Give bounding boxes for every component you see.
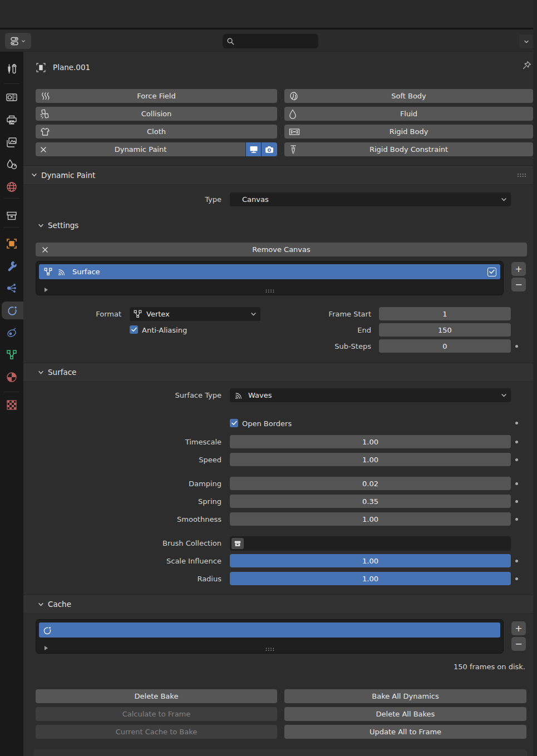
remove-surface-button[interactable]: − bbox=[511, 278, 526, 291]
open-borders-checkbox[interactable] bbox=[230, 419, 238, 427]
tab-modifiers[interactable] bbox=[0, 257, 23, 275]
damping-field[interactable]: 0.02 bbox=[230, 477, 511, 490]
animate-decorator-dot[interactable] bbox=[515, 441, 518, 443]
remove-x-icon bbox=[40, 146, 47, 153]
tab-separator bbox=[4, 83, 19, 84]
format-value: Vertex bbox=[146, 310, 170, 318]
surface-list-item[interactable]: Surface bbox=[39, 264, 500, 279]
cache-list-footer bbox=[39, 642, 500, 652]
sub-steps-field[interactable]: 0 bbox=[379, 339, 511, 353]
expand-triangle-icon[interactable] bbox=[44, 644, 48, 653]
surface-type-dropdown[interactable]: Waves bbox=[230, 388, 511, 402]
end-field[interactable]: 150 bbox=[379, 323, 511, 337]
animate-decorator-dot[interactable] bbox=[515, 500, 518, 503]
tab-constraints[interactable] bbox=[0, 324, 23, 342]
rigid-body-icon bbox=[289, 127, 300, 136]
fluid-icon bbox=[289, 109, 297, 119]
animate-decorator-dot[interactable] bbox=[515, 422, 518, 424]
tab-object-data[interactable] bbox=[0, 346, 23, 364]
speed-field[interactable]: 1.00 bbox=[230, 453, 511, 466]
pin-button[interactable] bbox=[521, 60, 533, 73]
waves-icon bbox=[234, 391, 244, 400]
soft-body-button[interactable]: Soft Body bbox=[284, 89, 533, 103]
smoothness-field[interactable]: 1.00 bbox=[230, 512, 511, 526]
frame-start-label: Frame Start bbox=[230, 307, 371, 321]
check-icon bbox=[131, 327, 137, 332]
rigid-body-button[interactable]: Rigid Body bbox=[284, 125, 533, 139]
tab-scene[interactable] bbox=[0, 156, 23, 174]
collision-button[interactable]: Collision bbox=[36, 107, 277, 121]
animate-decorator-dot[interactable] bbox=[515, 458, 518, 461]
force-field-icon bbox=[40, 91, 51, 101]
calculate-to-frame-button[interactable]: Calculate to Frame bbox=[36, 707, 277, 721]
settings-subpanel-header[interactable]: Settings bbox=[38, 218, 78, 233]
vertical-scrollbar[interactable] bbox=[533, 0, 537, 756]
properties-header bbox=[0, 29, 537, 52]
collection-icon bbox=[6, 210, 18, 222]
force-field-button[interactable]: Force Field bbox=[36, 89, 277, 103]
cache-list-item[interactable] bbox=[39, 622, 500, 638]
frame-start-field[interactable]: 1 bbox=[379, 307, 511, 320]
list-resize-grip-icon[interactable] bbox=[265, 286, 274, 295]
list-resize-grip-icon[interactable] bbox=[265, 645, 274, 653]
tab-tool[interactable] bbox=[0, 60, 23, 78]
animate-decorator-dot[interactable] bbox=[515, 345, 518, 348]
header-options-button[interactable] bbox=[519, 34, 533, 48]
fluid-button[interactable]: Fluid bbox=[284, 107, 533, 121]
surface-enabled-checkbox[interactable] bbox=[487, 268, 496, 276]
tab-material[interactable] bbox=[0, 368, 23, 386]
timescale-field[interactable]: 1.00 bbox=[230, 435, 511, 448]
collision-icon bbox=[40, 109, 50, 119]
add-surface-button[interactable]: + bbox=[511, 262, 526, 276]
dynamic-paint-realtime-toggle[interactable] bbox=[246, 142, 261, 156]
panel-drag-handle-icon[interactable] bbox=[517, 171, 526, 179]
scale-influence-slider[interactable]: 1.00 bbox=[230, 554, 511, 567]
current-cache-to-bake-button[interactable]: Current Cache to Bake bbox=[36, 725, 277, 739]
dynamic-paint-button[interactable]: Dynamic Paint bbox=[36, 142, 245, 156]
search-box[interactable] bbox=[223, 34, 318, 48]
tab-physics[interactable] bbox=[2, 302, 23, 319]
remove-cache-button[interactable]: − bbox=[511, 637, 526, 651]
editor-type-selector[interactable] bbox=[5, 33, 31, 49]
tab-texture[interactable] bbox=[0, 396, 23, 414]
animate-decorator-dot[interactable] bbox=[515, 482, 518, 485]
bake-all-dynamics-button[interactable]: Bake All Dynamics bbox=[284, 689, 526, 703]
surface-list-footer bbox=[39, 284, 500, 294]
animate-decorator-dot[interactable] bbox=[515, 518, 518, 521]
tab-particles[interactable] bbox=[0, 279, 23, 297]
collapsed-panel-strip[interactable] bbox=[33, 749, 527, 756]
radius-slider[interactable]: 1.00 bbox=[230, 572, 511, 585]
minus-icon: − bbox=[515, 280, 522, 289]
rigid-body-constraint-button[interactable]: Rigid Body Constraint bbox=[284, 142, 533, 156]
dynamic-paint-panel-header[interactable]: Dynamic Paint bbox=[23, 165, 533, 185]
animate-decorator-dot[interactable] bbox=[515, 560, 518, 562]
tab-separator bbox=[4, 198, 19, 199]
anti-aliasing-checkbox[interactable] bbox=[130, 325, 138, 334]
scene-icon bbox=[6, 159, 18, 171]
search-input[interactable] bbox=[235, 37, 309, 46]
animate-decorator-dot[interactable] bbox=[515, 577, 518, 580]
expand-triangle-icon[interactable] bbox=[44, 286, 48, 294]
object-icon bbox=[6, 238, 18, 250]
tab-view-layer[interactable] bbox=[0, 134, 23, 151]
surface-panel-title: Surface bbox=[48, 368, 76, 377]
tab-world[interactable] bbox=[0, 178, 23, 196]
cache-panel-header[interactable]: Cache bbox=[23, 595, 533, 614]
tab-output[interactable] bbox=[0, 111, 23, 129]
delete-bake-button[interactable]: Delete Bake bbox=[36, 689, 277, 703]
tab-collection[interactable] bbox=[0, 207, 23, 225]
type-dropdown[interactable]: Canvas bbox=[230, 192, 511, 206]
remove-canvas-button[interactable]: Remove Canvas bbox=[36, 243, 527, 256]
dynamic-paint-render-toggle[interactable] bbox=[262, 142, 277, 156]
add-cache-button[interactable]: + bbox=[511, 621, 526, 635]
delete-all-bakes-button[interactable]: Delete All Bakes bbox=[284, 707, 526, 721]
chevron-down-icon bbox=[501, 196, 507, 202]
brush-collection-field[interactable] bbox=[230, 536, 511, 551]
surface-panel-header[interactable]: Surface bbox=[23, 363, 533, 382]
tab-render[interactable] bbox=[0, 88, 23, 106]
update-all-to-frame-button[interactable]: Update All to Frame bbox=[284, 725, 526, 739]
cloth-button[interactable]: Cloth bbox=[36, 125, 277, 139]
tab-object[interactable] bbox=[0, 235, 23, 253]
spring-field[interactable]: 0.35 bbox=[230, 495, 511, 508]
collection-icon bbox=[231, 538, 244, 549]
